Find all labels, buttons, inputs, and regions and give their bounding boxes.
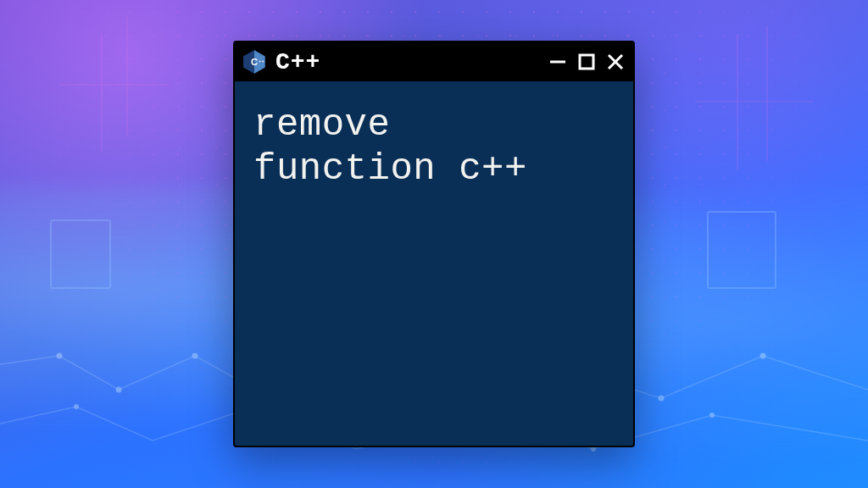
svg-point-0 [57,353,63,359]
maximize-icon[interactable] [577,53,596,71]
content-line-2: function c++ [253,147,527,190]
titlebar[interactable]: C + + C++ [235,42,633,81]
window-title: C++ [275,49,540,75]
cpp-logo-icon: C + + [242,49,267,75]
svg-point-6 [760,353,766,359]
minimize-icon[interactable] [548,53,567,71]
svg-point-1 [116,387,122,393]
svg-rect-17 [708,212,776,288]
content-line-1: remove [253,103,390,146]
svg-rect-26 [580,55,593,69]
terminal-window: C + + C++ remove function c++ [233,41,635,447]
svg-point-10 [709,413,715,418]
svg-text:C: C [251,57,258,67]
terminal-content: remove function c++ [235,81,633,446]
window-controls [548,53,625,71]
svg-rect-18 [51,220,110,288]
svg-text:+: + [259,59,261,64]
close-icon[interactable] [606,53,625,71]
svg-text:+: + [262,59,264,64]
svg-point-7 [74,404,79,409]
